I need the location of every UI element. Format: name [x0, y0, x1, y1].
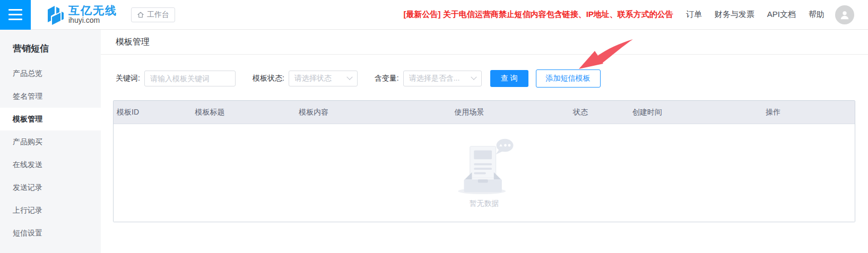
sidebar-title: 营销短信 — [0, 30, 101, 62]
search-button[interactable]: 查 询 — [490, 70, 528, 87]
table-header-cell: 使用场景 — [380, 108, 558, 117]
menu-icon — [8, 14, 22, 15]
logo-title: 互亿无线 — [68, 5, 117, 16]
variable-filter: 含变量: 请选择是否含... — [375, 71, 482, 86]
chevron-down-icon — [471, 74, 476, 80]
status-label: 模板状态: — [253, 74, 284, 83]
template-table: 模板ID模板标题模板内容使用场景状态创建时间操作 — [113, 100, 855, 222]
sidebar-item[interactable]: 在线发送 — [0, 153, 101, 176]
user-avatar-icon — [839, 9, 850, 21]
sidebar-item[interactable]: 产品购买 — [0, 130, 101, 153]
menu-icon — [8, 19, 22, 20]
keyword-input[interactable] — [144, 71, 236, 86]
sidebar-item[interactable]: 产品总览 — [0, 62, 101, 85]
logo-domain: ihuyi.com — [68, 16, 117, 24]
logo-icon — [47, 5, 65, 25]
chevron-down-icon — [346, 74, 352, 80]
header-nav: 订单财务与发票API文档帮助 — [673, 10, 824, 20]
variable-select[interactable]: 请选择是否含... — [403, 71, 482, 86]
announcement-link[interactable]: [最新公告] 关于电信运营商禁止短信内容包含链接、IP地址、联系方式的公告 — [403, 10, 673, 20]
table-header-row: 模板ID模板标题模板内容使用场景状态创建时间操作 — [114, 101, 855, 124]
sidebar-menu: 产品总览签名管理模板管理产品购买在线发送发送记录上行记录短信设置 — [0, 62, 101, 245]
variable-select-value: 请选择是否含... — [409, 74, 460, 83]
title-bar: 模板管理 — [101, 30, 868, 55]
nav-item[interactable]: API文档 — [767, 10, 796, 20]
sidebar-item[interactable]: 发送记录 — [0, 176, 101, 199]
filter-row: 关键词: 模板状态: 请选择状态 含变量: 请选择是否含... 查 询 添加短信… — [116, 69, 868, 88]
table-header-cell: 模板ID — [114, 108, 173, 117]
workbench-label: 工作台 — [147, 10, 169, 20]
keyword-label: 关键词: — [116, 74, 140, 83]
user-avatar[interactable] — [835, 5, 854, 24]
sidebar-item[interactable]: 上行记录 — [0, 199, 101, 222]
status-select-value: 请选择状态 — [294, 74, 332, 83]
logo[interactable]: 互亿无线 ihuyi.com — [47, 5, 117, 25]
empty-state-text: 暂无数据 — [470, 199, 499, 208]
page-title: 模板管理 — [116, 37, 150, 48]
keyword-filter: 关键词: — [116, 71, 236, 86]
nav-item[interactable]: 订单 — [686, 10, 702, 20]
menu-icon — [8, 9, 22, 11]
home-icon — [137, 11, 144, 19]
top-header: 互亿无线 ihuyi.com 工作台 [最新公告] 关于电信运营商禁止短信内容包… — [0, 0, 868, 30]
status-select[interactable]: 请选择状态 — [289, 71, 358, 86]
header-right: [最新公告] 关于电信运营商禁止短信内容包含链接、IP地址、联系方式的公告 订单… — [403, 5, 868, 24]
sidebar-item[interactable]: 签名管理 — [0, 85, 101, 108]
table-header-cell: 创建时间 — [603, 108, 692, 117]
empty-inbox-illustration — [450, 137, 519, 195]
add-template-button[interactable]: 添加短信模板 — [536, 69, 601, 88]
logo-text: 互亿无线 ihuyi.com — [68, 5, 117, 24]
status-filter: 模板状态: 请选择状态 — [253, 71, 358, 86]
sidebar: 营销短信 产品总览签名管理模板管理产品购买在线发送发送记录上行记录短信设置 — [0, 30, 101, 253]
table-header-cell: 模板内容 — [247, 108, 380, 117]
variable-label: 含变量: — [375, 74, 399, 83]
workbench-button[interactable]: 工作台 — [131, 7, 175, 22]
nav-item[interactable]: 帮助 — [809, 10, 824, 20]
sidebar-item[interactable]: 模板管理 — [0, 108, 101, 130]
table-header-cell: 模板标题 — [173, 108, 247, 117]
main-panel: 模板管理 关键词: 模板状态: 请选择状态 含变量: 请选择是否含... — [101, 30, 868, 253]
table-header-cell: 状态 — [558, 108, 603, 117]
table-body: 暂无数据 — [114, 124, 855, 222]
menu-button[interactable] — [0, 0, 31, 30]
table-header-cell: 操作 — [692, 108, 855, 117]
sidebar-item[interactable]: 短信设置 — [0, 222, 101, 245]
nav-item[interactable]: 财务与发票 — [715, 10, 754, 20]
